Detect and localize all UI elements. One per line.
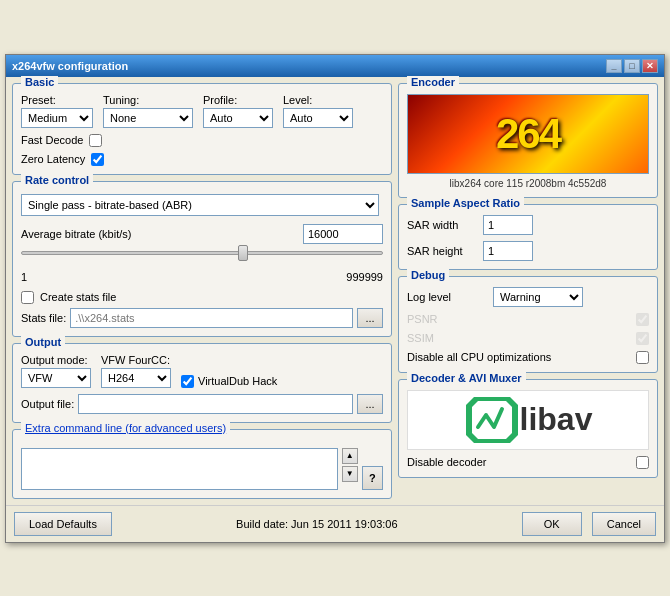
level-group: Level: Auto: [283, 94, 353, 128]
tuning-label: Tuning:: [103, 94, 193, 106]
bitrate-row: Average bitrate (kbit/s): [21, 224, 383, 244]
minimize-button[interactable]: _: [606, 59, 622, 73]
left-column: Basic Preset: Medium Tuning: None: [12, 83, 392, 499]
decoder-group-title: Decoder & AVI Muxer: [407, 372, 526, 384]
cmd-group: Extra command line (for advanced users) …: [12, 429, 392, 499]
output-file-row: Output file: ...: [21, 394, 383, 414]
disable-decoder-checkbox[interactable]: [636, 456, 649, 469]
ssim-checkbox: [636, 332, 649, 345]
output-file-label: Output file:: [21, 398, 74, 410]
vdub-hack-checkbox[interactable]: [181, 375, 194, 388]
libav-logo: libav: [407, 390, 649, 450]
help-button[interactable]: ?: [362, 466, 383, 490]
slider-thumb[interactable]: [238, 245, 248, 261]
fourcc-label: VFW FourCC:: [101, 354, 171, 366]
close-button[interactable]: ✕: [642, 59, 658, 73]
level-label: Level:: [283, 94, 353, 106]
load-defaults-button[interactable]: Load Defaults: [14, 512, 112, 536]
libav-icon-svg: [464, 395, 520, 445]
sar-group-title: Sample Aspect Ratio: [407, 197, 524, 209]
slider-min-label: 1: [21, 271, 27, 283]
output-mode-select[interactable]: VFW: [21, 368, 91, 388]
cmd-link[interactable]: Extra command line (for advanced users): [25, 422, 226, 434]
fast-decode-row: Fast Decode: [21, 134, 383, 147]
preset-label: Preset:: [21, 94, 93, 106]
vdub-hack-row: VirtualDub Hack: [181, 361, 277, 388]
fast-decode-checkbox[interactable]: [89, 134, 102, 147]
encoder-version: libx264 core 115 r2008bm 4c552d8: [407, 178, 649, 189]
create-stats-row: Create stats file: [21, 291, 383, 304]
preset-select[interactable]: Medium: [21, 108, 93, 128]
cmd-area-row: ▲ ▼ ?: [21, 440, 383, 490]
sar-width-label: SAR width: [407, 219, 477, 231]
titlebar: x264vfw configuration _ □ ✕: [6, 55, 664, 77]
sar-width-input[interactable]: [483, 215, 533, 235]
zero-latency-row: Zero Latency: [21, 153, 383, 166]
cancel-button[interactable]: Cancel: [592, 512, 656, 536]
bitrate-input[interactable]: [303, 224, 383, 244]
ok-button[interactable]: OK: [522, 512, 582, 536]
ssim-label: SSIM: [407, 332, 630, 344]
disable-cpu-label: Disable all CPU optimizations: [407, 351, 551, 363]
slider-container: [21, 251, 383, 269]
log-level-select[interactable]: Warning: [493, 287, 583, 307]
fast-decode-label: Fast Decode: [21, 134, 83, 146]
output-mode-group: Output mode: VFW: [21, 354, 91, 388]
svg-marker-1: [472, 401, 512, 439]
window-title: x264vfw configuration: [12, 60, 128, 72]
sar-width-row: SAR width: [407, 215, 649, 235]
output-group: Output Output mode: VFW VFW FourCC: H264: [12, 343, 392, 423]
profile-select[interactable]: Auto: [203, 108, 273, 128]
sar-height-row: SAR height: [407, 241, 649, 261]
cmd-group-title: Extra command line (for advanced users): [21, 422, 230, 434]
rate-mode-select[interactable]: Single pass - bitrate-based (ABR): [21, 194, 379, 216]
sar-height-input[interactable]: [483, 241, 533, 261]
disable-decoder-label: Disable decoder: [407, 456, 487, 468]
cmd-scrollbar: ▲ ▼: [342, 448, 358, 490]
stats-file-row: Stats file: ...: [21, 308, 383, 328]
stats-file-input[interactable]: [70, 308, 353, 328]
bottom-bar: Load Defaults Build date: Jun 15 2011 19…: [6, 505, 664, 542]
create-stats-label: Create stats file: [40, 291, 116, 303]
zero-latency-checkbox[interactable]: [91, 153, 104, 166]
output-file-input[interactable]: [78, 394, 353, 414]
basic-group-title: Basic: [21, 76, 58, 88]
slider-track: [21, 251, 383, 255]
encoder-group: Encoder 264 libx264 core 115 r2008bm 4c5…: [398, 83, 658, 198]
fourcc-group: VFW FourCC: H264: [101, 354, 171, 388]
basic-group: Basic Preset: Medium Tuning: None: [12, 83, 392, 175]
fourcc-select[interactable]: H264: [101, 368, 171, 388]
scroll-down-button[interactable]: ▼: [342, 466, 358, 482]
rate-mode-row: Single pass - bitrate-based (ABR): [21, 194, 383, 216]
libav-inner: libav: [464, 395, 593, 445]
debug-group-title: Debug: [407, 269, 449, 281]
encoder-group-title: Encoder: [407, 76, 459, 88]
rate-control-group: Rate control Single pass - bitrate-based…: [12, 181, 392, 337]
slider-labels: 1 999999: [21, 271, 383, 283]
rate-control-title: Rate control: [21, 174, 93, 186]
level-select[interactable]: Auto: [283, 108, 353, 128]
decoder-group: Decoder & AVI Muxer libav Disable decode…: [398, 379, 658, 478]
debug-group: Debug Log level Warning PSNR SSIM Disabl…: [398, 276, 658, 373]
tuning-select[interactable]: None: [103, 108, 193, 128]
output-browse-button[interactable]: ...: [357, 394, 383, 414]
slider-max-label: 999999: [346, 271, 383, 283]
disable-cpu-checkbox[interactable]: [636, 351, 649, 364]
cmd-textarea[interactable]: [21, 448, 338, 490]
scroll-up-button[interactable]: ▲: [342, 448, 358, 464]
main-window: x264vfw configuration _ □ ✕ Basic Preset…: [5, 54, 665, 543]
sar-group: Sample Aspect Ratio SAR width SAR height: [398, 204, 658, 270]
stats-file-label: Stats file:: [21, 312, 66, 324]
maximize-button[interactable]: □: [624, 59, 640, 73]
build-info: Build date: Jun 15 2011 19:03:06: [122, 518, 512, 530]
preset-group: Preset: Medium: [21, 94, 93, 128]
disable-decoder-row: Disable decoder: [407, 456, 649, 469]
create-stats-checkbox[interactable]: [21, 291, 34, 304]
encoder-logo-text: 264: [496, 110, 560, 158]
psnr-checkbox: [636, 313, 649, 326]
ssim-row: SSIM: [407, 332, 649, 345]
output-group-title: Output: [21, 336, 65, 348]
zero-latency-label: Zero Latency: [21, 153, 85, 165]
stats-browse-button[interactable]: ...: [357, 308, 383, 328]
log-level-label: Log level: [407, 291, 487, 303]
